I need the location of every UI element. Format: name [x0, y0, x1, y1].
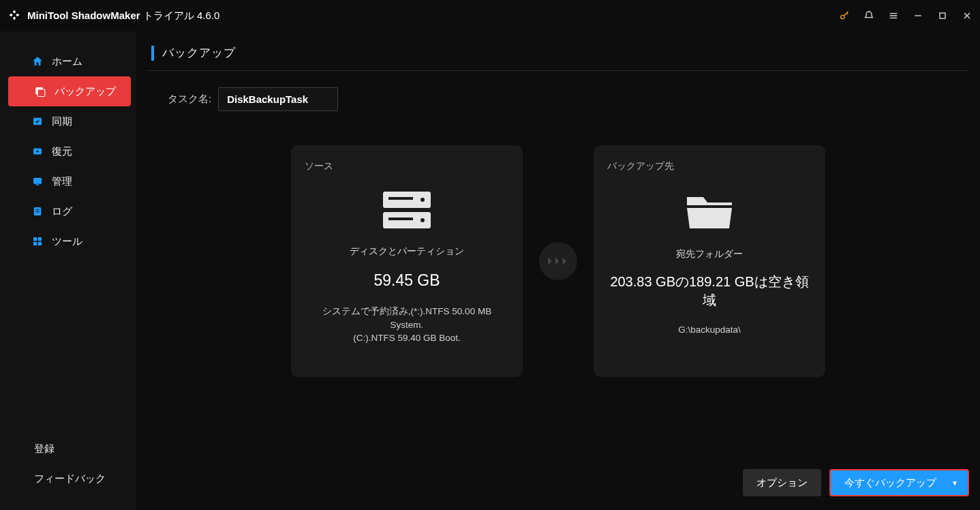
destination-type: 宛先フォルダー [676, 248, 743, 260]
title-bar-left: MiniTool ShadowMaker トライアル 4.6.0 [8, 9, 219, 23]
svg-rect-19 [388, 217, 413, 220]
minimize-button[interactable] [912, 10, 924, 22]
tools-icon [31, 235, 44, 247]
sidebar-item-label: ツール [52, 235, 82, 248]
svg-rect-13 [38, 242, 42, 245]
sidebar-item-label: 同期 [52, 115, 72, 128]
app-logo-icon [8, 9, 20, 23]
sidebar-register[interactable]: 登録 [0, 434, 136, 464]
svg-point-6 [37, 151, 39, 153]
app-edition: トライアル 4.6.0 [143, 10, 220, 21]
menu-icon[interactable] [887, 10, 900, 22]
manage-icon [31, 175, 44, 188]
sidebar-item-label: フィードバック [34, 472, 106, 485]
task-name-row: タスク名: [147, 87, 969, 111]
footer-buttons: オプション 今すぐバックアップ ▼ [743, 469, 969, 496]
sidebar-item-restore[interactable]: 復元 [5, 136, 131, 166]
sidebar-item-tools[interactable]: ツール [5, 226, 131, 256]
card-title: バックアップ先 [607, 160, 812, 172]
destination-capacity: 203.83 GBの189.21 GBは空き領域 [607, 273, 812, 310]
source-detail-line: システムで予約済み,(*:).NTFS 50.00 MB System. [322, 306, 491, 330]
backup-icon [34, 85, 46, 97]
svg-rect-10 [33, 237, 37, 241]
source-size: 59.45 GB [373, 270, 440, 291]
sidebar-item-backup[interactable]: バックアップ [8, 76, 131, 106]
maximize-button[interactable] [936, 10, 949, 22]
log-icon [31, 205, 44, 217]
arrow-separator [539, 242, 577, 280]
sidebar: ホーム バックアップ 同期 復元 管理 ログ [0, 31, 136, 510]
sidebar-item-sync[interactable]: 同期 [5, 106, 131, 136]
svg-rect-18 [388, 197, 413, 200]
sidebar-item-log[interactable]: ログ [5, 196, 131, 226]
restore-icon [31, 145, 44, 158]
content-area: バックアップ タスク名: ソース [136, 31, 980, 510]
key-icon[interactable] [838, 10, 851, 22]
options-button[interactable]: オプション [743, 469, 821, 496]
sidebar-item-label: 管理 [52, 175, 72, 188]
svg-rect-7 [33, 178, 42, 184]
source-detail-line: (C:).NTFS 59.40 GB Boot. [353, 333, 461, 343]
chevron-down-icon: ▼ [951, 479, 958, 487]
sidebar-item-label: 復元 [52, 145, 72, 158]
disk-icon [380, 190, 433, 232]
svg-rect-9 [34, 207, 42, 215]
svg-rect-11 [38, 237, 42, 241]
header-accent-bar [151, 46, 154, 61]
notification-icon[interactable] [863, 10, 875, 22]
card-title: ソース [305, 160, 509, 172]
task-name-label: タスク名: [168, 93, 211, 106]
sidebar-item-label: 登録 [34, 442, 55, 455]
source-type: ディスクとパーティション [350, 245, 464, 258]
title-bar-right [838, 10, 973, 22]
page-header: バックアップ [147, 45, 969, 71]
home-icon [31, 55, 44, 68]
svg-rect-12 [33, 242, 37, 245]
svg-point-20 [420, 198, 425, 202]
app-name: MiniTool ShadowMaker [27, 10, 140, 21]
folder-icon [683, 190, 736, 235]
destination-path: G:\backupdata\ [678, 323, 741, 337]
app-title: MiniTool ShadowMaker トライアル 4.6.0 [27, 10, 219, 22]
destination-card[interactable]: バックアップ先 宛先フォルダー 203.83 GBの189.21 GBは空き領域… [594, 145, 825, 377]
source-detail: システムで予約済み,(*:).NTFS 50.00 MB System. (C:… [305, 305, 509, 345]
task-name-input[interactable] [218, 87, 338, 111]
button-label: オプション [756, 477, 808, 490]
sidebar-item-home[interactable]: ホーム [5, 46, 131, 76]
sync-icon [31, 115, 44, 127]
svg-rect-3 [37, 89, 45, 97]
button-label: 今すぐバックアップ [844, 477, 936, 490]
sidebar-item-manage[interactable]: 管理 [5, 166, 131, 196]
backup-now-button[interactable]: 今すぐバックアップ ▼ [829, 469, 969, 496]
backup-cards-row: ソース ディスクとパーティション 59.45 GB [147, 145, 969, 377]
close-button[interactable] [961, 10, 973, 22]
sidebar-item-label: ログ [52, 205, 72, 218]
sidebar-item-label: ホーム [52, 55, 82, 68]
sidebar-item-label: バックアップ [55, 85, 116, 98]
sidebar-feedback[interactable]: フィードバック [0, 464, 136, 494]
svg-rect-1 [940, 13, 945, 18]
svg-rect-8 [36, 185, 40, 186]
title-bar: MiniTool ShadowMaker トライアル 4.6.0 [0, 0, 980, 31]
source-card[interactable]: ソース ディスクとパーティション 59.45 GB [291, 145, 523, 377]
svg-point-21 [420, 218, 425, 222]
svg-point-0 [841, 15, 844, 18]
page-title: バックアップ [162, 45, 236, 61]
